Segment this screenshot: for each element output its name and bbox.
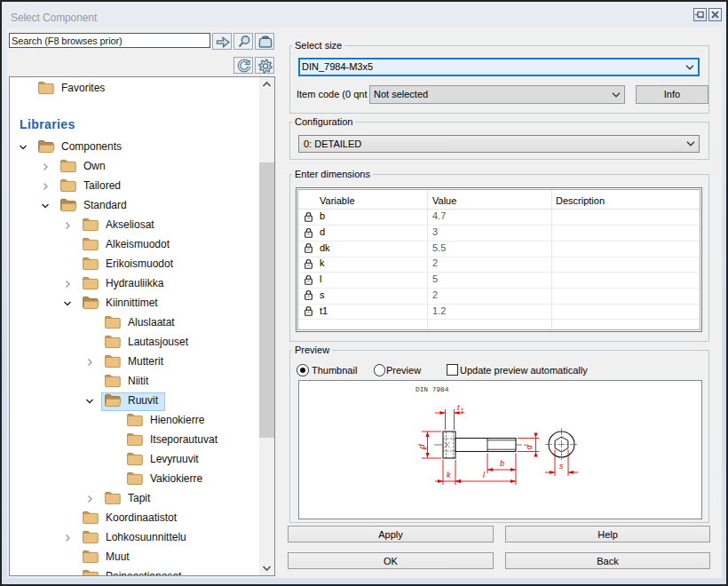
svg-text:k: k: [422, 447, 428, 450]
svg-text:b: b: [500, 459, 504, 468]
svg-text:DIN 7984: DIN 7984: [415, 386, 449, 393]
svg-text:1: 1: [461, 408, 464, 414]
svg-text:d: d: [525, 445, 534, 450]
svg-text:s: s: [559, 462, 564, 471]
svg-text:k: k: [447, 471, 451, 479]
svg-text:l: l: [483, 471, 486, 479]
